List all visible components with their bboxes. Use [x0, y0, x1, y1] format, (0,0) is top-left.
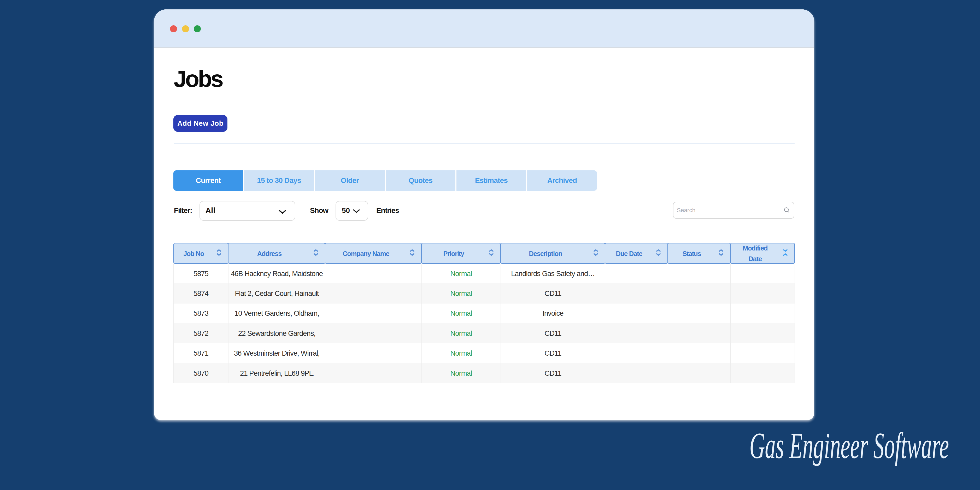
svg-text:Gas Engineer Software: Gas Engineer Software: [749, 425, 949, 466]
